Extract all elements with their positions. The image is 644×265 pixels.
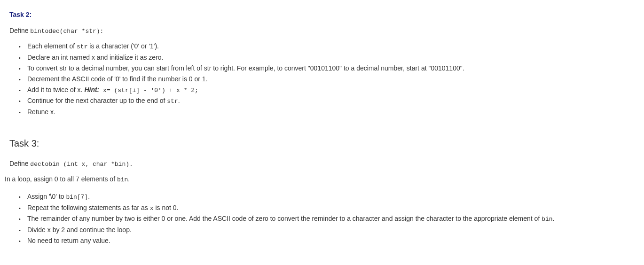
list-item: The remainder of any number by two is ei… bbox=[19, 214, 635, 224]
list-item: Continue for the next character up to th… bbox=[19, 96, 635, 106]
list-item: Repeat the following statements as far a… bbox=[19, 203, 635, 213]
define-code: dectobin (int x, char *bin). bbox=[30, 161, 133, 168]
hint-label: Hint: bbox=[84, 86, 99, 94]
bullet-text: Retune x. bbox=[27, 108, 55, 116]
bullet-code: bin[7] bbox=[66, 194, 88, 201]
list-item: Add it to twice of x. Hint: x= (str[i] -… bbox=[19, 85, 635, 95]
bullet-pre: In a loop, assign 0 to all 7 elements of bbox=[5, 175, 117, 183]
define-prefix: Define bbox=[9, 160, 30, 167]
bullet-code: bin bbox=[542, 216, 552, 223]
bullet-text: Declare an int named x and initialize it… bbox=[27, 54, 163, 61]
bullet-text: Divide x by 2 and continue the loop. bbox=[27, 226, 132, 234]
list-item: To convert str to a decimal number, you … bbox=[19, 63, 635, 73]
bullet-pre: Add it to twice of x. bbox=[27, 86, 84, 94]
bullet-pre: Each element of bbox=[27, 42, 77, 50]
task3-define: Define dectobin (int x, char *bin). bbox=[9, 158, 635, 170]
list-item: Retune x. bbox=[19, 107, 635, 117]
list-item: Divide x by 2 and continue the loop. bbox=[19, 225, 635, 235]
bullet-pre: Assign '\0' to bbox=[27, 193, 66, 200]
list-item: Assign '\0' to bin[7]. bbox=[19, 192, 635, 202]
task3-header: Task 3: bbox=[9, 136, 635, 151]
task3-list: Assign '\0' to bin[7]. Repeat the follow… bbox=[9, 192, 635, 246]
define-prefix: Define bbox=[9, 27, 30, 34]
define-code: bintodec(char *str): bbox=[30, 28, 103, 35]
task3-outer-bullet: In a loop, assign 0 to all 7 elements of… bbox=[0, 174, 635, 185]
bullet-code: bin bbox=[117, 176, 128, 183]
list-item: Declare an int named x and initialize it… bbox=[19, 53, 635, 62]
bullet-post: is not 0. bbox=[154, 204, 179, 211]
bullet-pre: Continue for the next character up to th… bbox=[27, 97, 167, 104]
task2-list: Each element of str is a character ('0' … bbox=[9, 41, 635, 117]
bullet-post: is a character ('0' or '1'). bbox=[87, 42, 159, 50]
bullet-code: x= (str[i] - '0') + x * 2; bbox=[99, 87, 198, 94]
bullet-pre: The remainder of any number by two is ei… bbox=[27, 215, 542, 222]
task2-section: Task 2: Define bintodec(char *str): Each… bbox=[9, 9, 635, 117]
bullet-post: . bbox=[178, 97, 180, 104]
list-item: Each element of str is a character ('0' … bbox=[19, 41, 635, 52]
task2-header: Task 2: bbox=[9, 9, 635, 20]
bullet-code: x bbox=[150, 205, 154, 212]
list-item: Decrement the ASCII code of '0' to find … bbox=[19, 74, 635, 84]
bullet-code: str bbox=[77, 43, 87, 50]
bullet-post: . bbox=[88, 193, 90, 200]
bullet-post: . bbox=[553, 215, 555, 222]
list-item: No need to return any value. bbox=[19, 236, 635, 246]
bullet-text: Decrement the ASCII code of '0' to find … bbox=[27, 75, 208, 83]
task2-define: Define bintodec(char *str): bbox=[9, 25, 635, 37]
bullet-pre: Repeat the following statements as far a… bbox=[27, 204, 150, 211]
bullet-text: No need to return any value. bbox=[27, 237, 110, 244]
bullet-post: . bbox=[128, 175, 130, 183]
bullet-text: To convert str to a decimal number, you … bbox=[27, 64, 464, 72]
task3-section: Task 3: Define dectobin (int x, char *bi… bbox=[9, 136, 635, 246]
bullet-code: str bbox=[167, 98, 178, 105]
